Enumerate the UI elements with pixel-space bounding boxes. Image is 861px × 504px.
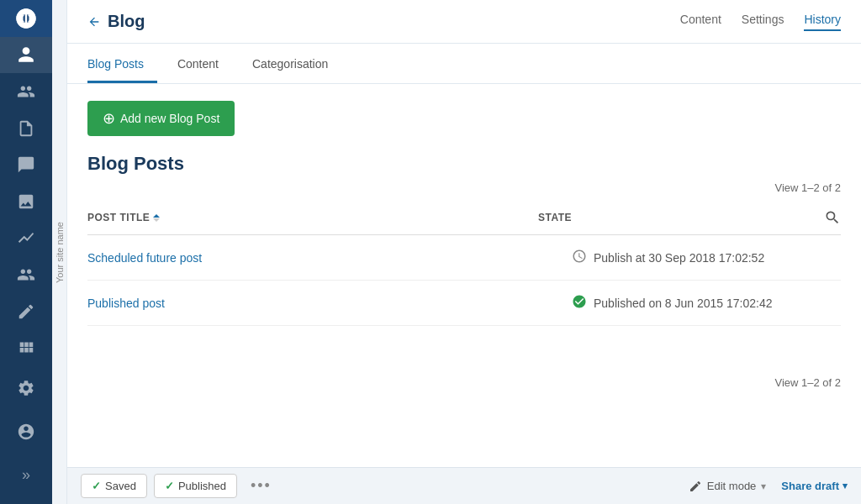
- col-state: STATE: [538, 212, 807, 223]
- back-button[interactable]: [87, 15, 101, 29]
- sidebar-item-profile[interactable]: [0, 410, 52, 454]
- col-post-title: POST TITLE: [87, 212, 538, 223]
- sidebar-item-team[interactable]: [0, 73, 52, 110]
- main-area: Blog Content Settings History Blog Posts…: [67, 0, 861, 504]
- settings-icon: [17, 379, 35, 397]
- content-area: ⊕ Add new Blog Post Blog Posts View 1–2 …: [67, 84, 861, 467]
- sort-up-icon: [153, 214, 160, 218]
- saved-check-icon: ✓: [92, 480, 101, 492]
- table-row[interactable]: Scheduled future post Publish at 30 Sep …: [87, 235, 841, 281]
- sidebar-item-comments[interactable]: [0, 146, 52, 183]
- sidebar-logo[interactable]: [0, 0, 52, 37]
- edit-mode-label: Edit mode: [707, 480, 757, 492]
- sidebar-item-forms[interactable]: [0, 293, 52, 330]
- sort-icon: [153, 214, 160, 222]
- published-button[interactable]: ✓ Published: [154, 474, 237, 498]
- members-icon: [17, 265, 35, 284]
- bottom-bar: ✓ Saved ✓ Published ••• Edit mode ▾ Shar…: [67, 467, 861, 504]
- pages-icon: [17, 119, 35, 138]
- published-check-icon: ✓: [165, 480, 174, 492]
- share-dropdown-icon: ▾: [843, 480, 848, 491]
- sidebar-item-media[interactable]: [0, 183, 52, 220]
- post-state-text-1: Publish at 30 Sep 2018 17:02:52: [594, 251, 764, 265]
- posts-table: POST TITLE STATE Schedul: [87, 201, 841, 389]
- sidebar-item-pages[interactable]: [0, 110, 52, 147]
- back-icon: [87, 15, 101, 29]
- brand-icon: [14, 7, 38, 30]
- comments-icon: [17, 155, 35, 174]
- sidebar-item-members[interactable]: [0, 256, 52, 293]
- team-icon: [17, 82, 35, 101]
- more-dots-icon: •••: [251, 477, 272, 494]
- add-blog-post-button[interactable]: ⊕ Add new Blog Post: [87, 101, 235, 136]
- sidebar-item-expand[interactable]: »: [0, 454, 52, 497]
- sidebar-item-structure[interactable]: [0, 329, 52, 366]
- media-icon: [17, 192, 35, 211]
- page-title: Blog: [108, 12, 680, 31]
- post-state-text-2: Published on 8 Jun 2015 17:02:42: [594, 297, 773, 310]
- sub-tab-categorisation[interactable]: Categorisation: [239, 44, 341, 83]
- share-draft-button[interactable]: Share draft ▾: [781, 480, 848, 492]
- sort-down-icon: [153, 218, 160, 222]
- post-title-2: Published post: [87, 297, 572, 310]
- site-nav-strip: Your site name: [52, 0, 67, 504]
- tab-settings[interactable]: Settings: [742, 13, 784, 31]
- add-icon: ⊕: [103, 109, 115, 128]
- blog-posts-title: Blog Posts: [87, 153, 841, 175]
- expand-icon: »: [22, 466, 30, 484]
- table-row[interactable]: Published post Published on 8 Jun 2015 1…: [87, 281, 841, 326]
- check-circle-icon: [572, 294, 587, 309]
- page-header: Blog Content Settings History: [67, 0, 861, 44]
- sub-tab-blog-posts[interactable]: Blog Posts: [87, 44, 157, 83]
- post-state-2: Published on 8 Jun 2015 17:02:42: [572, 294, 841, 312]
- sub-tab-content[interactable]: Content: [164, 44, 232, 83]
- col-search[interactable]: [807, 209, 841, 226]
- analytics-icon: [17, 228, 35, 247]
- share-label: Share draft: [781, 480, 839, 492]
- view-count-bottom: View 1–2 of 2: [87, 376, 841, 389]
- edit-mode-dropdown-icon: ▾: [761, 480, 766, 492]
- header-tabs: Content Settings History: [680, 13, 841, 31]
- user-icon: [17, 45, 35, 64]
- structure-icon: [17, 339, 35, 357]
- sidebar: »: [0, 0, 52, 504]
- site-name-label: Your site name: [55, 222, 65, 283]
- post-state-1: Publish at 30 Sep 2018 17:02:52: [572, 249, 841, 266]
- sidebar-item-analytics[interactable]: [0, 220, 52, 257]
- saved-label: Saved: [105, 480, 136, 492]
- search-icon[interactable]: [824, 209, 841, 226]
- add-button-label: Add new Blog Post: [120, 112, 219, 125]
- tab-history[interactable]: History: [804, 13, 841, 31]
- published-icon: [572, 294, 587, 312]
- clock-icon: [572, 249, 587, 266]
- edit-icon: [689, 480, 702, 493]
- table-header: POST TITLE STATE: [87, 201, 841, 235]
- post-title-1: Scheduled future post: [87, 251, 572, 265]
- saved-button[interactable]: ✓ Saved: [81, 474, 147, 498]
- sidebar-item-settings[interactable]: [0, 366, 52, 410]
- blog-content: ⊕ Add new Blog Post Blog Posts View 1–2 …: [67, 84, 861, 412]
- published-label: Published: [178, 480, 226, 492]
- tab-content[interactable]: Content: [680, 13, 721, 31]
- sub-tabs-container: Blog Posts Content Categorisation: [67, 44, 861, 84]
- sidebar-item-user[interactable]: [0, 37, 52, 74]
- edit-mode-button[interactable]: Edit mode ▾: [680, 475, 775, 498]
- more-options-button[interactable]: •••: [244, 474, 278, 498]
- forms-icon: [17, 302, 35, 321]
- profile-icon: [17, 423, 35, 441]
- view-count-top: View 1–2 of 2: [87, 181, 841, 194]
- schedule-icon: [572, 249, 587, 264]
